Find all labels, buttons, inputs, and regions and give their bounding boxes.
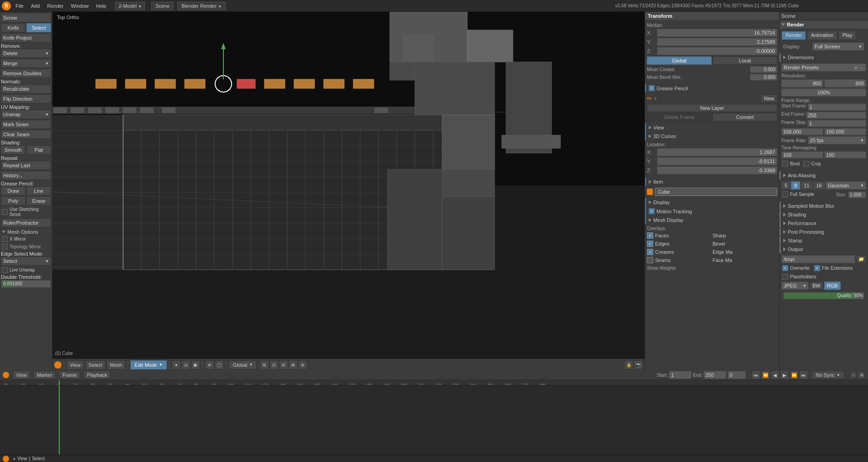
remove-doubles-button[interactable]: Remove Doubles [1,69,51,78]
start-field[interactable]: 1 [669,371,692,379]
presets-remove-btn[interactable]: - [860,65,864,71]
screw-button[interactable]: Screw [1,13,51,22]
mesh-menu[interactable]: Mesh [107,360,125,370]
y-value-field[interactable]: 2.17589 [657,38,777,46]
mesh-options-header[interactable]: Mesh Options [2,229,50,235]
x-aspect-field[interactable]: 100.000 [781,128,823,135]
line-button[interactable]: Line [26,186,51,195]
global-dropdown[interactable]: Global ▼ [229,360,257,370]
timeline-content[interactable] [0,385,868,455]
shading-header[interactable]: Shading [780,210,868,219]
tl-icon2[interactable]: ⚙ [858,371,865,379]
smooth-button[interactable]: Smooth [1,145,26,154]
menu-window[interactable]: Window [68,2,91,10]
bw-btn[interactable]: BW [810,282,823,290]
tl-icon1[interactable]: ○ [850,371,857,379]
display-dropdown[interactable]: Full Screen ▼ [812,42,864,51]
motion-blur-header[interactable]: Sampled Motion Blur [780,202,868,210]
delete-frame-btn[interactable]: Delete Frame [647,113,712,121]
edit-mode-dropdown[interactable]: Edit Mode ▼ [130,360,166,370]
quality-slider[interactable]: Quality: 90% [783,292,864,299]
editor-type-dropdown[interactable]: 2-Model ▼ [115,2,145,10]
gp-new-btn[interactable]: New [761,94,777,103]
animation-btn[interactable]: Animation [807,31,837,40]
tools-icon1[interactable]: ⊞ [260,360,269,370]
y-res-field[interactable]: 600 [824,79,866,87]
select-menu[interactable]: Select [85,360,106,370]
cursor-z-field[interactable]: -0.3368 [657,166,777,175]
time-remap-new[interactable]: 100 [824,151,866,159]
item-header[interactable]: Item [645,178,779,186]
format-dropdown[interactable]: JPEG ▼ [781,282,809,290]
live-unwrap-checkbox[interactable] [2,267,8,273]
tools-icon5[interactable]: ⊛ [298,360,307,370]
tl-view-menu[interactable]: View [13,371,30,379]
mean-bevel-field[interactable]: 0.000 [750,74,777,81]
overwrite-checkbox[interactable]: ✓ [782,265,788,271]
frame-step-field[interactable]: 1 [807,120,866,127]
viewport[interactable]: Top Ortho [52,12,645,359]
menu-file[interactable]: File [13,2,26,10]
draw-button[interactable]: Draw [1,186,26,195]
local-btn[interactable]: Local [713,56,777,65]
tl-frame-menu[interactable]: Frame [59,371,80,379]
double-threshold-field[interactable]: 0.001000 [1,280,51,288]
tools-icon2[interactable]: ⊡ [269,360,279,370]
jump-start-btn[interactable]: ⏮ [751,370,760,380]
motion-tracking-header[interactable]: ✓ Motion Tracking [645,207,779,216]
render-render-btn[interactable]: Render [781,31,806,40]
wire-display-btn[interactable]: ◎ [181,360,191,370]
aa-16-btn[interactable]: 16 [813,181,825,190]
post-processing-header[interactable]: Post Processing [780,228,868,236]
y-aspect-field[interactable]: 100.000 [824,128,866,135]
dimensions-header[interactable]: Dimensions [780,53,868,62]
performance-header[interactable]: Performance [780,219,868,227]
sync-dropdown[interactable]: No Sync ▼ [812,371,845,379]
output-header[interactable]: Output [780,245,868,253]
render-presets-dropdown[interactable]: Render Presets + - [781,63,866,72]
edge-select-dropdown[interactable]: Select▼ [1,257,51,266]
select-button[interactable]: Select [26,23,51,32]
gaussian-dropdown[interactable]: Gaussian ▼ [826,181,866,190]
edges-checkbox[interactable]: ✓ [647,241,653,247]
delete-dropdown[interactable]: Delete▼ [1,49,51,58]
viewport-logo[interactable] [54,361,62,369]
knife-button[interactable]: Knife [1,23,26,32]
aa-5-btn[interactable]: 5 [781,181,790,190]
display-header[interactable]: Display [645,198,779,206]
x-value-field[interactable]: 16.79714 [657,29,777,37]
x-mirror-checkbox[interactable] [2,236,8,242]
rgb-btn[interactable]: RGB [824,282,841,290]
aa-header[interactable]: Anti-Aliasing [780,171,868,180]
faces-checkbox[interactable]: ✓ [647,232,653,239]
menu-help[interactable]: Help [93,2,109,10]
view-header[interactable]: View [645,123,779,132]
scene-dropdown[interactable]: Scene [151,2,174,10]
end-field[interactable]: 250 [703,371,726,379]
play-reverse-btn[interactable]: ◀ [770,370,780,380]
topology-mirror-checkbox[interactable] [2,244,8,250]
tl-marker-menu[interactable]: Marker [34,371,56,379]
file-ext-checkbox[interactable]: ✓ [814,265,820,271]
time-remap-old[interactable]: 100 [781,151,823,159]
flat-button[interactable]: Flat [26,145,51,154]
repeat-last-button[interactable]: Repeat Last [1,161,51,170]
ruler-button[interactable]: Ruler/Protractor [1,218,51,227]
grease-pencil-header[interactable]: ✓ Grease Pencil [645,84,779,92]
unwrap-dropdown[interactable]: Unwrap▼ [1,110,51,119]
gp-checkbox[interactable]: ✓ [649,85,655,91]
output-browse-btn[interactable]: 📁 [856,255,866,263]
prev-keyframe-btn[interactable]: ⏪ [761,370,770,380]
cursor-y-field[interactable]: -0.9131 [657,157,777,165]
mean-crease-field[interactable]: 0.000 [750,66,777,73]
bord-checkbox[interactable] [782,161,788,167]
proportional-btn[interactable]: ◯ [215,360,224,370]
knife-project-button[interactable]: Knife Project [1,33,51,42]
aa-11-btn[interactable]: 11 [801,181,812,190]
solid-display-btn[interactable]: ● [172,360,181,370]
tools-icon3[interactable]: ⊟ [279,360,288,370]
mt-checkbox[interactable]: ✓ [649,208,655,214]
flip-direction-button[interactable]: Flip Direction [1,94,51,103]
jump-end-btn[interactable]: ⏭ [799,370,808,380]
cube-name-field[interactable]: Cube [655,188,777,196]
